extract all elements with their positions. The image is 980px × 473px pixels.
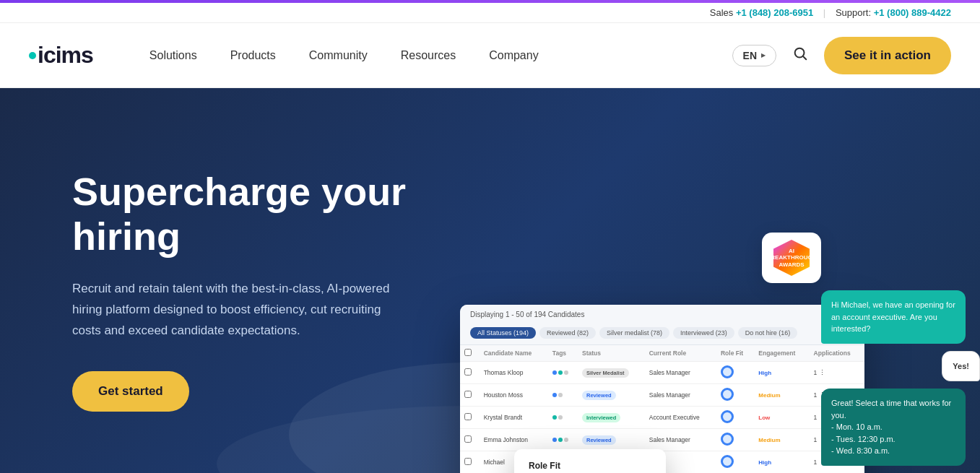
language-selector[interactable]: EN ▸ bbox=[732, 45, 776, 66]
sales-label: Sales bbox=[710, 7, 734, 18]
top-bar: Sales +1 (848) 208-6951 | Support: +1 (8… bbox=[0, 3, 980, 23]
select-all-checkbox[interactable] bbox=[464, 349, 472, 356]
col-status: Status bbox=[578, 345, 645, 362]
svg-line-1 bbox=[803, 56, 806, 59]
nav-links: Solutions Products Community Resources C… bbox=[136, 42, 732, 69]
nav-right: EN ▸ See it in action bbox=[732, 37, 951, 74]
separator: | bbox=[823, 7, 825, 18]
dashboard-mockup: Displaying 1 - 50 of 194 Candidates All … bbox=[460, 305, 864, 473]
sales-phone[interactable]: +1 (848) 208-6951 bbox=[736, 7, 813, 18]
role-fit-title: Role Fit bbox=[529, 461, 651, 471]
nav-resources[interactable]: Resources bbox=[388, 42, 469, 69]
chat-bubble-2: Yes! bbox=[942, 351, 980, 382]
hero-title: Supercharge your hiring bbox=[72, 169, 448, 259]
col-role: Current Role bbox=[645, 345, 716, 362]
nav-products[interactable]: Products bbox=[217, 42, 289, 69]
logo[interactable]: icims bbox=[29, 42, 93, 69]
role-fit-popup: Role Fit Experience match: Match of expe… bbox=[514, 449, 666, 473]
hero-section: Supercharge your hiring Recruit and reta… bbox=[0, 88, 980, 473]
hero-description: Recruit and retain talent with the best-… bbox=[72, 279, 404, 342]
dashboard-header: Displaying 1 - 50 of 194 Candidates All … bbox=[460, 305, 864, 345]
col-name: Candidate Name bbox=[480, 345, 548, 362]
tab-do-not-hire[interactable]: Do not hire (16) bbox=[738, 327, 798, 339]
lang-code: EN bbox=[743, 50, 757, 61]
col-engagement: Engagement bbox=[754, 345, 809, 362]
table-row[interactable]: Krystal Brandt Interviewed Account Execu… bbox=[460, 407, 864, 429]
candidate-name: Thomas Kloop bbox=[480, 362, 548, 384]
col-tags: Tags bbox=[548, 345, 578, 362]
logo-dot bbox=[29, 52, 36, 59]
tab-silver-medalist[interactable]: Silver medalist (78) bbox=[599, 327, 669, 339]
col-rolefit: Role Fit bbox=[716, 345, 754, 362]
table-row[interactable]: Thomas Kloop Silver Medalist Sales Manag… bbox=[460, 362, 864, 384]
nav-community[interactable]: Community bbox=[296, 42, 381, 69]
candidate-name: Emma Johnston bbox=[480, 429, 548, 451]
search-button[interactable] bbox=[788, 41, 812, 70]
chevron-down-icon: ▸ bbox=[761, 51, 766, 60]
candidate-name: Krystal Brandt bbox=[480, 407, 548, 429]
nav-company[interactable]: Company bbox=[476, 42, 551, 69]
get-started-button[interactable]: Get started bbox=[72, 371, 189, 412]
candidate-name: Houston Moss bbox=[480, 384, 548, 407]
ai-hexagon-icon: AI BREAKTHROUGH AWARDS bbox=[773, 240, 810, 276]
chat-area: Hi Michael, we have an opening for an ac… bbox=[821, 290, 980, 466]
nav-solutions[interactable]: Solutions bbox=[136, 42, 210, 69]
chat-bubble-3: Great! Select a time that works for you.… bbox=[821, 389, 966, 466]
hero-content: Supercharge your hiring Recruit and reta… bbox=[72, 169, 448, 412]
ai-award-text: AI BREAKTHROUGH AWARDS bbox=[767, 248, 817, 269]
navbar: icims Solutions Products Community Resou… bbox=[0, 23, 980, 88]
support-phone[interactable]: +1 (800) 889-4422 bbox=[874, 7, 951, 18]
support-label: Support: bbox=[836, 7, 871, 18]
ai-award-badge: AI BREAKTHROUGH AWARDS bbox=[762, 233, 821, 283]
tab-all-statuses[interactable]: All Statuses (194) bbox=[470, 327, 536, 339]
table-row[interactable]: Houston Moss Reviewed Sales Manager Medi… bbox=[460, 384, 864, 407]
see-it-in-action-button[interactable]: See it in action bbox=[824, 37, 951, 74]
tab-interviewed[interactable]: Interviewed (23) bbox=[673, 327, 734, 339]
tab-reviewed[interactable]: Reviewed (82) bbox=[539, 327, 596, 339]
logo-text: icims bbox=[38, 42, 93, 69]
chat-bubble-1: Hi Michael, we have an opening for an ac… bbox=[821, 290, 966, 344]
table-row[interactable]: Emma Johnston Reviewed Sales Manager Med… bbox=[460, 429, 864, 451]
candidates-count: Displaying 1 - 50 of 194 Candidates bbox=[470, 311, 584, 318]
